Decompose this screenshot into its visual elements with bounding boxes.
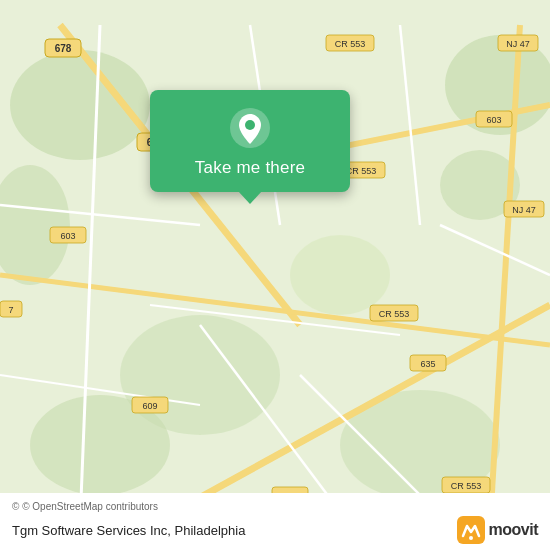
svg-text:CR 553: CR 553	[379, 309, 410, 319]
svg-text:635: 635	[420, 359, 435, 369]
take-me-there-button[interactable]: Take me there	[195, 158, 305, 178]
location-line: Tgm Software Services Inc, Philadelphia …	[12, 516, 538, 544]
svg-text:NJ 47: NJ 47	[512, 205, 536, 215]
svg-text:CR 553: CR 553	[335, 39, 366, 49]
moovit-text: moovit	[489, 521, 538, 539]
svg-text:CR 553: CR 553	[346, 166, 377, 176]
copyright-symbol: ©	[12, 501, 19, 512]
copyright-line: © © OpenStreetMap contributors	[12, 501, 538, 512]
moovit-icon	[457, 516, 485, 544]
svg-text:609: 609	[142, 401, 157, 411]
svg-text:NJ 47: NJ 47	[506, 39, 530, 49]
svg-text:CR 553: CR 553	[451, 481, 482, 491]
moovit-logo: moovit	[457, 516, 538, 544]
location-text: Tgm Software Services Inc, Philadelphia	[12, 523, 245, 538]
svg-point-54	[469, 536, 473, 540]
svg-text:7: 7	[8, 305, 13, 315]
copyright-text: © OpenStreetMap contributors	[22, 501, 158, 512]
map-container: 678 678 CR 553 NJ 47 603 CR 553 NJ 47 60…	[0, 0, 550, 550]
popup-card: Take me there	[150, 90, 350, 192]
location-pin-icon	[228, 106, 272, 150]
map-svg: 678 678 CR 553 NJ 47 603 CR 553 NJ 47 60…	[0, 0, 550, 550]
svg-text:603: 603	[486, 115, 501, 125]
svg-text:603: 603	[60, 231, 75, 241]
svg-point-52	[245, 120, 255, 130]
bottom-bar: © © OpenStreetMap contributors Tgm Softw…	[0, 493, 550, 550]
svg-point-8	[290, 235, 390, 315]
svg-text:678: 678	[55, 43, 72, 54]
svg-point-1	[10, 50, 150, 160]
